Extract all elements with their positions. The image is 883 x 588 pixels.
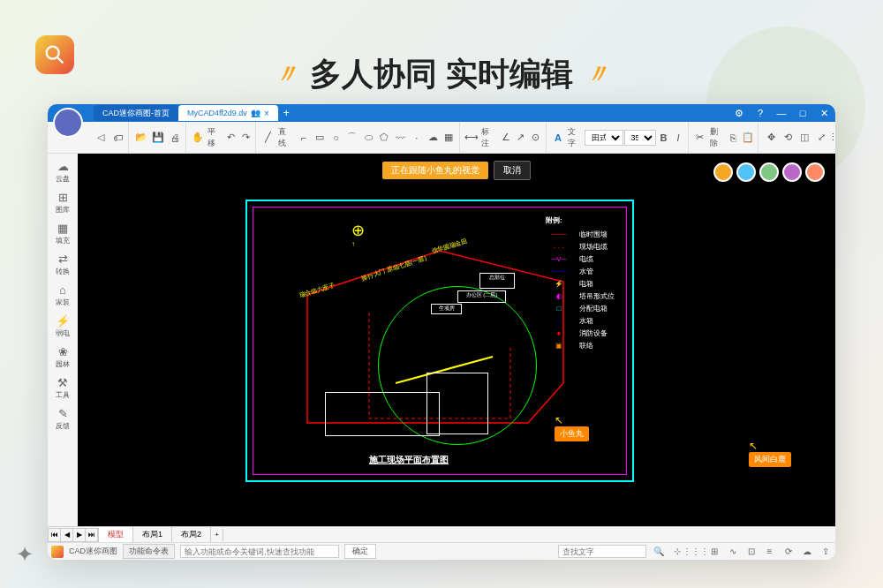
nav-next-icon[interactable]: ▶ [73, 529, 86, 541]
legend-item: 电缆 [579, 254, 593, 264]
spline-icon[interactable]: 〰 [393, 130, 408, 146]
tab-layout1[interactable]: 布局1 [133, 527, 172, 542]
mirror-icon[interactable]: ◫ [796, 130, 812, 146]
tab-model[interactable]: 模型 [99, 527, 133, 542]
angle-icon[interactable]: ∠ [498, 130, 512, 146]
delete-label: 删除 [708, 126, 726, 149]
collab-avatar[interactable] [759, 162, 779, 182]
maximize-button[interactable]: □ [796, 108, 809, 118]
minimize-button[interactable]: — [775, 108, 788, 118]
collab-avatar[interactable] [782, 162, 802, 182]
collab-avatar[interactable] [713, 162, 733, 182]
sidebar-label: 填充 [56, 236, 70, 245]
collab-avatar[interactable] [736, 162, 756, 182]
cancel-follow-button[interactable]: 取消 [494, 161, 531, 180]
sparkle-decoration: ✦ [16, 542, 34, 567]
line-icon[interactable]: ╱ [260, 130, 275, 146]
scale-icon[interactable]: ⤢ [813, 130, 829, 146]
copy-icon[interactable]: ⎘ [727, 130, 741, 146]
hero-title-text: 多人协同 实时编辑 [310, 53, 573, 96]
confirm-button[interactable]: 确定 [344, 544, 376, 559]
radius-icon[interactable]: ⊙ [529, 130, 543, 146]
search-icon[interactable]: 🔍 [652, 545, 665, 558]
polyline-icon[interactable]: ⌐ [297, 130, 312, 146]
tab-active-document[interactable]: MyCAD4ff2d9.dv 👥 × [178, 105, 278, 121]
ortho-icon[interactable]: ⊞ [707, 545, 721, 558]
command-input[interactable] [180, 545, 339, 558]
polygon-icon[interactable]: ⬠ [377, 130, 392, 146]
pan-label: 平移 [206, 126, 223, 149]
close-button[interactable]: ✕ [818, 108, 830, 119]
nav-last-icon[interactable]: ⏭ [86, 529, 98, 541]
convert-icon: ⇄ [58, 253, 68, 266]
tab-homepage[interactable]: CAD迷你画图-首页 [94, 105, 178, 121]
text-icon[interactable]: A [551, 130, 565, 146]
save-icon[interactable]: 💾 [150, 130, 166, 146]
cmd-table-button[interactable]: 功能命令表 [123, 544, 175, 559]
collaborator-cursor-1: ↖ 小鱼丸 [555, 414, 589, 441]
collab-avatar[interactable] [805, 162, 825, 182]
polar-icon[interactable]: ∿ [726, 545, 739, 558]
legend-item: 水箱 [579, 316, 593, 326]
drawing-canvas[interactable]: 正在跟随小鱼丸的视觉 取消 ⊕↑ 瑞合临六座子 操行大门 原临 [78, 154, 835, 526]
sidebar-item-gallery[interactable]: ⊞图库 [48, 188, 78, 217]
sidebar-item-cloud[interactable]: ☁云盘 [48, 157, 78, 186]
undo-icon[interactable]: ↶ [224, 130, 238, 146]
toolbar: ◁ 🏷 📂 💾 🖨 ✋ 平移 ↶ ↷ ╱ 直线 ⌐ ▭ ○ ⌒ ⬭ ⬠ 〰 · … [48, 122, 835, 154]
sidebar-item-feedback[interactable]: ✎反馈 [48, 404, 78, 433]
sidebar-label: 园林 [56, 359, 70, 369]
help-icon[interactable]: ? [754, 108, 766, 118]
sidebar-item-home[interactable]: ⌂家装 [48, 281, 78, 310]
sidebar-item-garden[interactable]: ❀园林 [48, 343, 78, 372]
tab-add-icon[interactable]: + [211, 529, 223, 541]
lineweight-icon[interactable]: ≡ [763, 545, 776, 558]
tab-layout2[interactable]: 布局2 [172, 527, 211, 542]
tab-close-icon[interactable]: × [264, 109, 269, 118]
rect-icon[interactable]: ▭ [313, 130, 328, 146]
pan-icon[interactable]: ✋ [191, 130, 205, 146]
refresh-icon[interactable]: ⟳ [781, 545, 795, 558]
legend-item: 电箱 [579, 279, 593, 289]
move-icon[interactable]: ✥ [763, 130, 779, 146]
collaboration-icon: 👥 [251, 109, 260, 117]
settings-icon[interactable]: ⚙ [733, 108, 745, 119]
sidebar-item-tools[interactable]: ⚒工具 [48, 373, 78, 403]
tag-icon[interactable]: 🏷 [109, 130, 125, 146]
arc-icon[interactable]: ⌒ [344, 130, 359, 146]
sidebar-item-convert[interactable]: ⇄转换 [48, 250, 78, 279]
cloud-sync-icon[interactable]: ☁ [800, 545, 813, 558]
user-avatar[interactable] [53, 108, 83, 138]
print-icon[interactable]: 🖨 [167, 130, 183, 146]
italic-icon[interactable]: I [671, 130, 685, 146]
layout-tabs: ⏮ ◀ ▶ ⏭ 模型 布局1 布局2 + [48, 526, 835, 542]
point-icon[interactable]: · [409, 130, 424, 146]
open-icon[interactable]: 📂 [133, 130, 149, 146]
document-tabs: CAD迷你画图-首页 MyCAD4ff2d9.dv 👥 × + [94, 104, 295, 122]
share-icon[interactable]: ⇪ [819, 545, 832, 558]
paste-icon[interactable]: 📋 [741, 130, 755, 146]
ellipse-icon[interactable]: ⬭ [361, 130, 376, 146]
redo-icon[interactable]: ↷ [238, 130, 253, 146]
cloud-icon[interactable]: ☁ [426, 130, 441, 146]
circle-icon[interactable]: ○ [328, 130, 343, 146]
nav-first-icon[interactable]: ⏮ [49, 529, 61, 541]
search-input[interactable] [558, 545, 646, 558]
tab-add-button[interactable]: + [278, 107, 295, 119]
size-combo[interactable]: 350 [624, 130, 656, 146]
osnap-icon[interactable]: ⊡ [744, 545, 758, 558]
hatch-icon[interactable]: ▦ [442, 130, 457, 146]
building-b [426, 373, 488, 434]
rotate-icon[interactable]: ⟲ [780, 130, 796, 146]
array-icon[interactable]: ⋮⋮ [830, 130, 835, 146]
style-combo[interactable]: 田式 [585, 130, 623, 146]
tab-label: CAD迷你画图-首页 [102, 108, 170, 119]
leader-icon[interactable]: ↗ [514, 130, 528, 146]
grid-icon[interactable]: ⋮⋮⋮ [689, 545, 702, 558]
dimension-icon[interactable]: ⟷ [464, 130, 479, 146]
nav-prev-icon[interactable]: ◀ [61, 529, 73, 541]
back-icon[interactable]: ◁ [93, 130, 109, 146]
delete-icon[interactable]: ✂ [693, 130, 707, 146]
sidebar-item-electric[interactable]: ⚡弱电 [48, 312, 78, 341]
bold-icon[interactable]: B [657, 130, 671, 146]
sidebar-item-fill[interactable]: ▦填充 [48, 219, 78, 248]
